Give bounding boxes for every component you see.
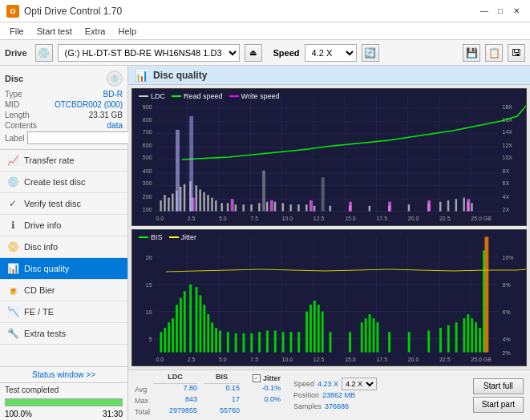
- toolbar: Drive 💿 (G:) HL-DT-ST BD-RE WH16NS48 1.D…: [0, 40, 530, 66]
- svg-rect-182: [479, 328, 481, 353]
- nav-disc-info[interactable]: 📀 Disc info: [0, 236, 127, 258]
- svg-text:10: 10: [146, 309, 152, 315]
- svg-rect-180: [471, 318, 473, 352]
- svg-rect-168: [365, 318, 367, 352]
- status-window-button[interactable]: Status window >>: [0, 367, 127, 383]
- svg-rect-160: [305, 311, 308, 352]
- svg-text:10X: 10X: [503, 155, 513, 160]
- start-part-button[interactable]: Start part: [473, 397, 524, 413]
- label-field-label: Label: [5, 134, 24, 143]
- svg-text:15.0: 15.0: [345, 216, 356, 221]
- svg-rect-60: [207, 195, 208, 211]
- svg-text:600: 600: [143, 143, 152, 148]
- extra-tests-icon: 🔧: [6, 327, 19, 340]
- minimize-button[interactable]: —: [477, 4, 492, 18]
- nav-drive-info[interactable]: ℹ Drive info: [0, 215, 127, 236]
- svg-rect-73: [297, 204, 299, 211]
- speed-selector[interactable]: 4.2 X: [305, 44, 357, 62]
- nav-cd-bier[interactable]: 🍺 CD Bier: [0, 280, 127, 301]
- disc-action-btn1[interactable]: 💾: [463, 44, 480, 62]
- nav-disc-quality[interactable]: 📊 Disc quality: [0, 258, 127, 280]
- nav-verify-test-disc[interactable]: ✓ Verify test disc: [0, 193, 127, 215]
- bis-total: 55760: [204, 406, 240, 418]
- nav-create-test-disc-label: Create test disc: [24, 177, 85, 187]
- svg-rect-164: [322, 311, 324, 352]
- chart2-legend: BIS Jitter: [136, 232, 200, 243]
- nav-transfer-rate[interactable]: 📈 Transfer rate: [0, 150, 127, 172]
- content-area: 📊 Disc quality LDC Read speed: [128, 66, 530, 420]
- jitter-checkbox[interactable]: ✓: [253, 374, 261, 382]
- svg-rect-99: [322, 177, 325, 211]
- verify-test-disc-icon: ✓: [6, 197, 19, 210]
- menu-file[interactable]: File: [3, 25, 30, 38]
- menu-help[interactable]: Help: [111, 25, 143, 38]
- eject-button[interactable]: ⏏: [245, 44, 262, 62]
- disc-action-btn3[interactable]: 🖫: [508, 44, 525, 62]
- disc-action-btn2[interactable]: 📋: [485, 44, 503, 62]
- svg-rect-54: [180, 187, 181, 212]
- svg-text:100: 100: [143, 207, 152, 212]
- fe-te-icon: 📉: [6, 305, 19, 318]
- svg-rect-135: [160, 332, 162, 352]
- drive-icon-btn[interactable]: 💿: [35, 44, 53, 62]
- main-layout: Disc 💿 Type BD-R MID OTCBDR002 (000) Len…: [0, 66, 530, 420]
- svg-rect-49: [160, 200, 161, 212]
- menu-extra[interactable]: Extra: [79, 25, 112, 38]
- maximize-button[interactable]: □: [493, 4, 508, 18]
- svg-text:17.5: 17.5: [376, 357, 387, 362]
- svg-text:5: 5: [149, 336, 152, 341]
- svg-rect-159: [297, 332, 300, 352]
- svg-rect-92: [349, 202, 352, 212]
- svg-rect-89: [231, 199, 234, 211]
- mid-label: MID: [5, 100, 19, 109]
- status-text: Test completed: [0, 383, 127, 397]
- svg-text:4X: 4X: [503, 194, 510, 200]
- svg-rect-167: [361, 322, 363, 352]
- svg-rect-58: [199, 189, 200, 211]
- svg-rect-91: [310, 200, 313, 212]
- svg-rect-162: [314, 301, 316, 352]
- svg-text:20: 20: [146, 255, 152, 260]
- nav-extra-tests-label: Extra tests: [24, 329, 66, 338]
- legend-write-speed: Write speed: [229, 92, 280, 100]
- jitter-section: ✓ Jitter -0.1% 0.0%: [253, 373, 281, 418]
- type-value: BD-R: [103, 90, 123, 99]
- drive-selector[interactable]: (G:) HL-DT-ST BD-RE WH16NS48 1.D3: [58, 44, 240, 62]
- nav-create-test-disc[interactable]: 💿 Create test disc: [0, 172, 127, 193]
- svg-rect-69: [266, 202, 268, 212]
- ldc-color: [139, 95, 148, 97]
- read-speed-color: [172, 95, 181, 97]
- label-input[interactable]: [27, 131, 134, 144]
- svg-text:10.0: 10.0: [282, 216, 293, 221]
- title-bar-left: O Opti Drive Control 1.70: [6, 5, 122, 18]
- svg-text:7.5: 7.5: [250, 357, 258, 362]
- bis-col-header: BIS: [204, 373, 240, 384]
- disc-panel: Disc 💿 Type BD-R MID OTCBDR002 (000) Len…: [0, 66, 127, 150]
- jitter-max: 0.0%: [253, 395, 281, 406]
- legend-ldc: LDC: [139, 92, 165, 100]
- svg-rect-176: [447, 325, 450, 352]
- start-full-button[interactable]: Start full: [473, 378, 524, 394]
- close-button[interactable]: ✕: [509, 4, 524, 18]
- svg-rect-148: [215, 328, 217, 353]
- panel-title: Disc quality: [153, 70, 207, 81]
- menu-start-test[interactable]: Start test: [30, 25, 79, 38]
- svg-text:300: 300: [143, 180, 152, 186]
- panel-header: 📊 Disc quality: [128, 66, 530, 85]
- svg-text:4%: 4%: [503, 336, 511, 341]
- sidebar: Disc 💿 Type BD-R MID OTCBDR002 (000) Len…: [0, 66, 128, 420]
- speed-select[interactable]: 4.2 X: [342, 378, 377, 390]
- svg-rect-72: [289, 204, 291, 211]
- svg-text:200: 200: [143, 194, 152, 200]
- read-speed-label: Read speed: [184, 92, 223, 100]
- svg-rect-76: [330, 206, 331, 212]
- svg-rect-170: [373, 318, 375, 352]
- svg-rect-143: [196, 287, 198, 352]
- svg-rect-52: [172, 194, 173, 212]
- svg-text:22.5: 22.5: [439, 357, 451, 362]
- nav-fe-te[interactable]: 📉 FE / TE: [0, 301, 127, 323]
- refresh-button[interactable]: 🔄: [362, 44, 379, 62]
- nav-extra-tests[interactable]: 🔧 Extra tests: [0, 323, 127, 345]
- time-text: 31:30: [103, 410, 123, 418]
- disc-panel-header: Disc 💿: [5, 71, 123, 87]
